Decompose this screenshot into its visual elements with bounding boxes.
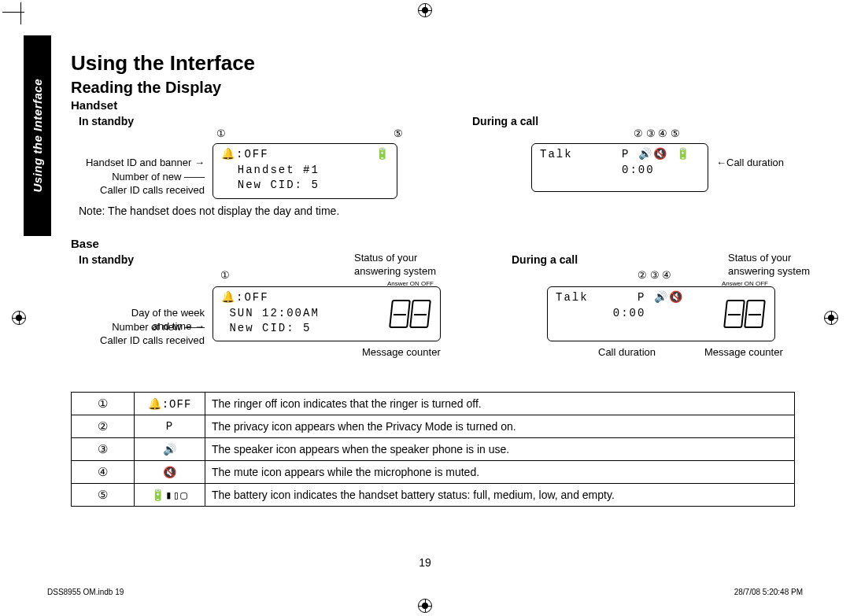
table-row: ⑤ 🔋▮▯▢ The battery icon indicates the ha… — [72, 484, 795, 507]
icon-legend-table: ① 🔔:OFF The ringer off icon indicates th… — [71, 392, 795, 507]
markers-2345: ② ③ ④ ⑤ — [634, 127, 680, 141]
callout-msg-counter: Message counter — [362, 346, 441, 360]
marker-5: ⑤ — [394, 127, 403, 141]
lcd-line: New CID: 5 — [221, 178, 389, 194]
marker-1b: ① — [220, 269, 230, 282]
handset-standby-heading: In standby — [79, 115, 417, 127]
legend-num: ① — [72, 393, 135, 415]
handset-heading: Handset — [71, 98, 795, 112]
callout-new-cid-b: Caller ID calls received — [100, 184, 205, 196]
crop-mark — [20, 2, 21, 24]
message-counter-display2 — [721, 293, 768, 334]
base-heading: Base — [71, 237, 795, 250]
callout-handset-id: Handset ID and banner — [86, 157, 191, 168]
base-standby-lcd: Answer ON OFF 🔔:OFF SUN 12:00AM New CID:… — [213, 286, 441, 341]
callout-new-cid-a: Number of new — [112, 171, 181, 183]
registration-mark — [12, 311, 26, 325]
table-row: ④ 🔇 The mute icon appears while the micr… — [72, 461, 795, 484]
legend-num: ⑤ — [72, 484, 135, 507]
legend-icon: P — [135, 415, 205, 438]
handset-during-lcd: Talk P 🔊🔇 🔋 0:00 — [531, 143, 708, 192]
lcd-line: 🔔:OFF 🔋 — [221, 147, 389, 163]
legend-icon: 🔊 — [135, 438, 205, 461]
registration-mark — [824, 311, 838, 325]
legend-desc: The speaker icon appears when the speake… — [205, 438, 795, 461]
section-tab: Using the Interface — [24, 35, 51, 236]
page-number: 19 — [0, 556, 850, 569]
lcd-line: 0:00 — [540, 163, 700, 179]
section-tab-label: Using the Interface — [31, 79, 44, 193]
handset-during-heading: During a call — [472, 115, 795, 127]
registration-mark — [418, 599, 432, 613]
legend-icon: 🔔:OFF — [135, 393, 205, 415]
legend-desc: The mute icon appears while the micropho… — [205, 461, 795, 484]
callout-call-duration: Call duration — [726, 157, 784, 168]
legend-desc: The ringer off icon indicates that the r… — [205, 393, 795, 415]
callout-status2: Status of your answering system — [728, 252, 810, 278]
lcd-line: Talk P 🔊🔇 🔋 — [540, 147, 700, 163]
handset-standby-lcd: 🔔:OFF 🔋 Handset #1 New CID: 5 — [213, 143, 397, 199]
page-content: Using the Interface Reading the Display … — [71, 51, 795, 507]
legend-desc: The privacy icon appears when the Privac… — [205, 415, 795, 438]
legend-icon: 🔋▮▯▢ — [135, 484, 205, 507]
legend-num: ② — [72, 415, 135, 438]
message-counter-display — [386, 293, 434, 334]
marker-1: ① — [216, 127, 226, 141]
lcd-line: Handset #1 — [221, 163, 389, 179]
callout-status: Status of your answering system — [354, 252, 436, 278]
table-row: ① 🔔:OFF The ringer off icon indicates th… — [72, 393, 795, 415]
footer-timestamp: 28/7/08 5:20:48 PM — [734, 588, 803, 596]
handset-note: Note: The handset does not display the d… — [79, 205, 441, 217]
callout-call-duration2: Call duration — [598, 346, 656, 360]
callout-newcid-b: Caller ID calls received — [100, 334, 205, 346]
callout-newcid-a: Number of new — [112, 321, 181, 333]
page-title: Using the Interface — [71, 51, 795, 76]
table-row: ③ 🔊 The speaker icon appears when the sp… — [72, 438, 795, 461]
callout-msg-counter2: Message counter — [704, 346, 783, 360]
registration-mark — [418, 3, 432, 17]
legend-icon: 🔇 — [135, 461, 205, 484]
legend-num: ④ — [72, 461, 135, 484]
base-during-lcd: Answer ON OFF Talk P 🔊🔇 0:00 — [547, 286, 775, 341]
table-row: ② P The privacy icon appears when the Pr… — [72, 415, 795, 438]
answer-on-off-label: Answer ON OFF — [387, 279, 434, 288]
markers-234: ② ③ ④ — [638, 269, 671, 282]
legend-desc: The battery icon indicates the handset b… — [205, 484, 795, 507]
footer-file: DSS8955 OM.indb 19 — [47, 588, 124, 596]
section-heading: Reading the Display — [71, 79, 795, 97]
legend-num: ③ — [72, 438, 135, 461]
answer-on-off-label2: Answer ON OFF — [722, 279, 768, 288]
